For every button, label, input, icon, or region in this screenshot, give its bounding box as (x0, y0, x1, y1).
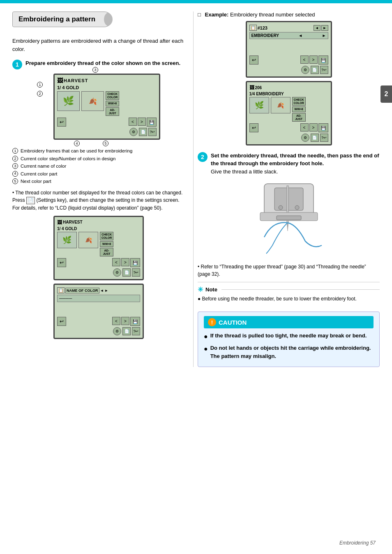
step2-title: Set the embroidery thread, thread the ne… (211, 152, 380, 167)
svg-marker-3 (287, 223, 288, 231)
label-4: 4 (74, 141, 81, 146)
lcd-name-of-color: 📋 NAME OF COLOR ◄ ► ──── ↩ < > 💾 (53, 284, 144, 339)
left-nav[interactable]: < (129, 118, 137, 126)
thread-ref: • Refer to “Threading the upper thread” … (198, 263, 380, 278)
check-color-btn[interactable]: CHECKCOLOR (106, 91, 119, 100)
svg-rect-7 (277, 216, 301, 220)
right-nav[interactable]: > (138, 118, 146, 126)
section-title: Embroidering a pattern (12, 12, 112, 27)
caution-block: ! CAUTION ● If the thread is pulled too … (198, 312, 380, 367)
lcd-title-row: 🖼 HARVEST (57, 77, 157, 84)
lcd-harvest-small: 🖼 HARVEST 1/ 4 GOLD 🌿 🍂 CHECKCOLOR WW>8 … (53, 216, 144, 280)
note-icon: ✳ (198, 286, 203, 293)
note-block: ✳ Note Before using the needle threader,… (198, 282, 380, 306)
right-column: □ Example: Embroidery thread number sele… (193, 12, 380, 367)
step2-subtitle: Give the thread a little slack. (211, 168, 380, 175)
lcd-diagram: 3 1 2 4 5 (49, 74, 164, 140)
label-3: 3 (92, 67, 99, 73)
needle-illustration (198, 180, 380, 259)
annotation-5: 5 Next color part (12, 178, 185, 185)
lcd-example-1: 📋 #123 ◄ ► EMBROIDERY ◄ ► ↩ < (246, 21, 332, 78)
step1-circle: 1 (12, 60, 22, 69)
settings-icon-inline: 📄 (26, 197, 35, 204)
annotation-1: 1 Embroidery frames that can be used for… (12, 147, 185, 155)
page-footer: Embroidering 57 (339, 540, 376, 546)
ww-btn[interactable]: WW>8 (106, 101, 119, 106)
label-2: 2 (37, 91, 44, 97)
settings-btn[interactable]: ⚙ (129, 128, 138, 136)
svg-point-6 (295, 205, 299, 210)
help-btn[interactable]: ?↩ (148, 128, 157, 136)
section-title-text: Embroidering a pattern (18, 15, 95, 23)
label-5: 5 (103, 141, 109, 146)
step1-title: Prepare embroidery thread of the color s… (25, 60, 185, 67)
left-column: Embroidering a pattern Embroidery patter… (12, 12, 193, 367)
step2-block: 2 Set the embroidery thread, thread the … (198, 152, 380, 175)
bullet-note: • The thread color number set displayed … (12, 189, 185, 212)
caution-item-1: ● If the thread is pulled too tight, the… (204, 332, 374, 342)
note-content: Before using the needle threader, be sur… (198, 295, 380, 302)
page-tab: 2 (380, 85, 392, 103)
lcd-preview-main: 🌿 (57, 91, 80, 111)
label-1: 1 (37, 82, 44, 88)
annotation-4: 4 Current color part (12, 170, 185, 178)
caution-header: ! CAUTION (204, 316, 374, 328)
annotation-3: 3 Current name of color (12, 162, 185, 170)
lcd-diagram-area: 3 1 2 4 5 (29, 74, 185, 140)
top-bar (0, 0, 392, 3)
back-btn-2[interactable]: ↩ (57, 258, 66, 267)
annotation-list: 1 Embroidery frames that can be used for… (12, 147, 185, 185)
caution-icon: ! (208, 318, 216, 326)
caution-item-2: ● Do not let hands or objects hit the ca… (204, 344, 374, 360)
note-header: ✳ Note (198, 286, 380, 293)
intro-text: Embroidery patterns are embroidered with… (12, 37, 185, 53)
lcd-example-2: 🖼 206 1/4 EMBROIDERY 🌿 🍂 CHECKCOLOR WW>8… (246, 81, 332, 145)
needle-svg (240, 180, 338, 258)
back-btn[interactable]: ↩ (57, 118, 66, 127)
doc-btn[interactable]: 📄 (139, 128, 147, 136)
section-title-wrapper: Embroidering a pattern (12, 12, 112, 32)
annotation-2: 2 Current color step/Number of colors in… (12, 155, 185, 162)
back-btn-3[interactable]: ↩ (57, 317, 66, 326)
example-block: □ Example: Embroidery thread number sele… (198, 12, 380, 145)
save-btn[interactable]: 💾 (147, 118, 157, 127)
step2-circle: 2 (198, 152, 208, 162)
lcd-preview-next: 🍂 (81, 91, 104, 111)
lcd-main: 🖼 HARVEST 1/ 4 GOLD 🌿 🍂 CHECKCOLOR WW>8 … (53, 74, 160, 140)
adj-btn[interactable]: AD-JUST (106, 107, 119, 116)
svg-point-5 (279, 205, 283, 210)
